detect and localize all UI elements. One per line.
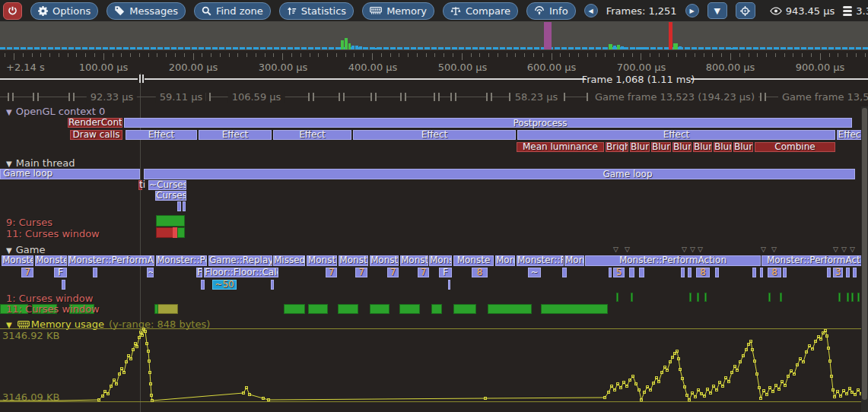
zone-bar[interactable]: Monster::PerformActi [761,255,868,266]
next-frame-button[interactable]: ▶ [685,4,699,17]
lock-zone-bar[interactable] [338,304,358,314]
collapse-triangle-icon[interactable]: ▼ [6,160,12,168]
message-marker-icon[interactable]: ▽ [613,246,618,253]
frame-strip[interactable]: Frame 1,068 (1.11 ms) [0,73,868,88]
statistics-button[interactable]: Statistics [279,2,354,20]
lock-zone-bar[interactable] [780,293,782,302]
zone-bar[interactable]: Monst [307,255,337,266]
options-button[interactable]: Options [30,2,98,20]
zone-bar[interactable]: Curses [155,191,186,201]
lock-zone-bar[interactable] [308,304,328,314]
message-marker-icon[interactable]: ▽ [850,246,855,253]
lock-zone-bar[interactable] [399,304,420,314]
zone-bar[interactable]: 7 [21,268,33,277]
zone-bar[interactable] [688,268,692,277]
lock-zone-bar[interactable] [704,293,707,302]
zone-bar[interactable] [609,268,612,277]
zone-bar[interactable]: Mons [564,255,584,266]
zone-bar[interactable]: Missed [273,255,305,266]
zone-bar[interactable] [124,118,852,128]
zone-bar[interactable]: F [439,268,452,277]
lock-zone-bar[interactable] [847,293,849,302]
zone-bar[interactable]: RenderConte [68,118,122,128]
message-marker-icon[interactable]: ▽ [690,246,695,253]
zone-bar[interactable] [562,268,567,277]
message-marker-icon[interactable]: ▽ [625,246,630,253]
lock-zone-bar[interactable] [541,304,608,314]
zone-bar[interactable]: Blur [714,142,732,152]
collapse-triangle-icon[interactable]: ▼ [6,108,12,116]
lock-zone-bar[interactable] [177,227,185,238]
zone-bar[interactable]: Effect [126,130,197,140]
zone-bar[interactable] [201,280,205,290]
zone-bar[interactable]: 8 [696,268,710,277]
thread-header[interactable]: ▼Game [6,244,45,255]
message-marker-icon[interactable]: ▽ [833,246,838,253]
zone-bar[interactable]: Blur [733,142,753,152]
find-zone-button[interactable]: Find zone [194,2,271,20]
zone-bar[interactable]: Monste [453,255,494,266]
frame-overview-histogram[interactable] [0,21,868,50]
zone-bar[interactable]: F [196,268,202,277]
zone-bar[interactable]: Effec [837,130,862,140]
thread-header[interactable]: ▼Main thread [6,157,75,169]
zone-bar[interactable]: ~ [147,268,154,277]
info-button[interactable]: Info [526,2,576,20]
zone-bar[interactable]: Mons [495,255,515,266]
lock-zone-bar[interactable] [631,293,633,302]
time-axis[interactable]: +2.14 s100.00 µs200.00 µs300.00 µs400.00… [0,50,868,73]
memory-button[interactable]: Memory [362,2,434,20]
zone-bar[interactable] [144,169,855,179]
zone-bar[interactable] [846,268,850,277]
zone-bar[interactable]: Monste [2,255,33,266]
zone-bar[interactable] [448,280,450,290]
zone-bar[interactable]: 8 [472,268,488,277]
zone-bar[interactable]: Monster::PerformA [68,255,154,266]
zone-bar[interactable]: Blur [672,142,692,152]
zone-bar[interactable]: Floor::Floor::Calc [204,268,278,277]
zone-bar[interactable]: Blur [651,142,671,152]
message-marker-icon[interactable]: ▽ [698,246,703,253]
zone-bar[interactable]: ~50 [212,280,237,290]
zone-bar[interactable] [177,201,181,211]
zone-bar[interactable]: Blur [693,142,712,152]
zone-bar[interactable] [827,268,831,277]
zone-bar[interactable]: 5 [613,268,625,277]
zone-bar[interactable]: Draw calls [70,130,122,140]
lock-zone-bar[interactable] [453,304,476,314]
zone-bar[interactable]: Effect [273,130,351,140]
power-button[interactable] [3,2,22,20]
zone-bar[interactable]: Monster::Pe [156,255,207,266]
zone-bar[interactable]: 8 [768,268,781,277]
zone-bar[interactable] [629,268,634,277]
collapse-triangle-icon[interactable]: ▼ [6,246,12,255]
zone-bar[interactable]: Monster::PerformAction [585,255,761,266]
zone-bar[interactable]: Effect [199,130,272,140]
lock-zone-bar[interactable] [857,293,860,302]
zone-bar[interactable]: Monster::Pe [517,255,564,266]
lock-zone-bar[interactable] [370,304,389,314]
zone-bar[interactable]: Game loop [0,169,140,179]
zone-bar[interactable] [183,201,186,211]
zone-bar[interactable] [760,268,763,277]
zone-bar[interactable]: Monste [429,255,452,266]
zone-bar[interactable]: Game::Replay [208,255,272,266]
lock-zone-bar[interactable] [488,304,532,314]
zone-bar[interactable] [681,268,685,277]
zone-bar[interactable]: 7 [387,268,399,277]
lock-zone-bar[interactable] [156,215,185,227]
message-marker-icon[interactable]: ▽ [841,246,847,253]
zone-bar[interactable]: Mean luminance [517,142,604,152]
zone-bar[interactable]: ~ [528,268,541,277]
lock-zone-bar[interactable] [689,293,692,302]
zone-bar[interactable]: Effect [353,130,516,140]
lock-zone-bar[interactable] [431,304,442,314]
lock-zone-bar[interactable] [851,293,854,302]
zone-bar[interactable] [783,268,787,277]
zone-bar[interactable]: 7 [418,268,429,277]
zone-bar[interactable] [639,268,644,277]
go-to-frame-button[interactable]: ▼ [707,2,727,19]
lock-zone-bar[interactable] [697,293,699,302]
thread-header[interactable]: ▼OpenGL context 0 [6,106,105,117]
lock-zone-bar[interactable] [284,304,305,314]
